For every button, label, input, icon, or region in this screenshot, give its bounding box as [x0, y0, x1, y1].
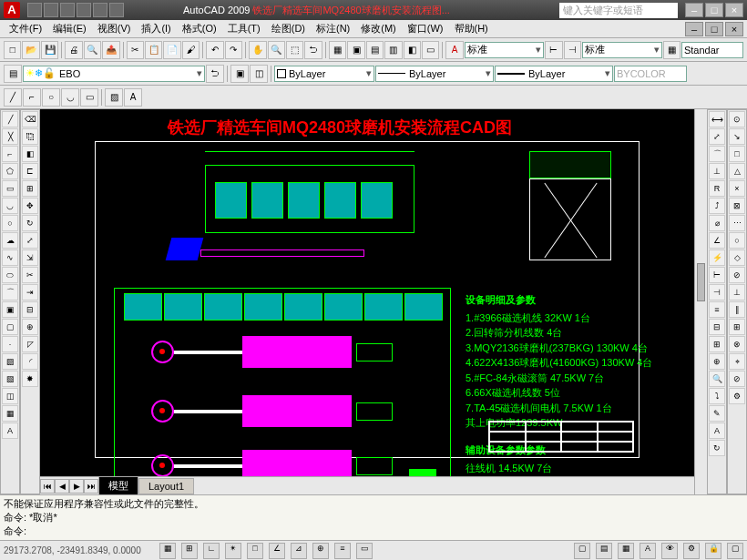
- xline-tool-icon[interactable]: ╳: [2, 128, 18, 145]
- dim-break-icon[interactable]: ⊟: [709, 319, 725, 335]
- zoom-win-icon[interactable]: ⬚: [286, 41, 303, 59]
- table-style-combo[interactable]: Standar: [681, 42, 743, 58]
- coordinates-readout[interactable]: 29173.2708, -23491.8349, 0.0000: [4, 545, 154, 555]
- mirror-icon[interactable]: ◧: [22, 146, 38, 162]
- dim-jog-icon[interactable]: ⤴: [709, 198, 725, 214]
- snap-tan-icon[interactable]: ⊘: [729, 267, 745, 283]
- lwt-toggle[interactable]: ≡: [334, 543, 351, 559]
- dim-arc-icon[interactable]: ⌒: [709, 146, 725, 162]
- menu-insert[interactable]: 插入(I): [136, 20, 176, 37]
- menu-format[interactable]: 格式(O): [177, 20, 222, 37]
- circle-tool-icon[interactable]: ○: [2, 215, 18, 231]
- lineweight-combo[interactable]: ByLayer▾: [495, 66, 613, 82]
- circle-icon[interactable]: ○: [42, 88, 60, 107]
- dim-aligned-icon[interactable]: ⤢: [709, 128, 725, 145]
- redo-icon[interactable]: ↷: [225, 41, 242, 59]
- ortho-toggle[interactable]: ∟: [203, 543, 220, 559]
- clean-screen-icon[interactable]: ▢: [727, 543, 743, 559]
- dim-style-combo[interactable]: 标准▾: [465, 42, 544, 58]
- dim-radius-icon[interactable]: R: [709, 180, 725, 197]
- dim-update-icon[interactable]: ↻: [709, 440, 725, 456]
- text-style-combo[interactable]: 标准▾: [582, 42, 661, 58]
- fillet-icon[interactable]: ◜: [22, 353, 38, 370]
- grid-toggle[interactable]: ⊞: [181, 543, 198, 559]
- offset-icon[interactable]: ⊏: [22, 163, 38, 179]
- pline-tool-icon[interactable]: ⌐: [2, 146, 18, 162]
- table-tool-icon[interactable]: ▦: [2, 405, 18, 422]
- region-tool-icon[interactable]: ◫: [2, 388, 18, 404]
- qp-toggle[interactable]: ▭: [356, 543, 373, 559]
- tolerance-icon[interactable]: ⊞: [709, 336, 725, 352]
- snap-ins-icon[interactable]: ⊞: [729, 319, 745, 335]
- revcloud-tool-icon[interactable]: ☁: [2, 232, 18, 249]
- menu-view[interactable]: 视图(V): [92, 20, 137, 37]
- qat-new-icon[interactable]: [27, 3, 42, 17]
- snap-perp-icon[interactable]: ⊥: [729, 284, 745, 300]
- layer-props-icon[interactable]: ▤: [4, 65, 22, 83]
- rect-tool-icon[interactable]: ▭: [2, 180, 18, 197]
- vertical-scrollbar[interactable]: [694, 109, 707, 494]
- table-style-icon[interactable]: ▦: [663, 41, 680, 59]
- menu-window[interactable]: 窗口(W): [402, 20, 449, 37]
- new-icon[interactable]: □: [4, 41, 21, 59]
- paste-icon[interactable]: 📄: [163, 41, 180, 59]
- quickview-dwgs-icon[interactable]: ▦: [618, 543, 634, 559]
- doc-minimize-button[interactable]: –: [685, 22, 703, 36]
- snap-toggle[interactable]: ▦: [159, 543, 176, 559]
- tool-palette-icon[interactable]: ▤: [366, 41, 384, 59]
- move-icon[interactable]: ✥: [22, 198, 38, 214]
- osnap-settings-icon[interactable]: ⚙: [729, 388, 745, 404]
- menu-edit[interactable]: 编辑(E): [47, 20, 92, 37]
- snap-node-icon[interactable]: ⊗: [729, 336, 745, 352]
- snap-par-icon[interactable]: ∥: [729, 301, 745, 318]
- snap-mid-icon[interactable]: △: [729, 163, 745, 179]
- qat-undo-icon[interactable]: [77, 3, 91, 17]
- dim-edit-icon[interactable]: ✎: [709, 405, 725, 422]
- point-tool-icon[interactable]: ·: [2, 336, 18, 352]
- stretch-icon[interactable]: ⇲: [22, 249, 38, 266]
- array-icon[interactable]: ⊞: [22, 180, 38, 197]
- close-button[interactable]: ×: [725, 3, 743, 17]
- color-combo[interactable]: ByLayer▾: [274, 66, 374, 82]
- cut-icon[interactable]: ✂: [127, 41, 144, 59]
- drawing-canvas[interactable]: 铁选厂精选车间MQ2480球磨机安装流程CAD图: [40, 109, 694, 476]
- menu-file[interactable]: 文件(F): [4, 20, 47, 37]
- snap-near-icon[interactable]: ⌖: [729, 353, 745, 370]
- quickview-layouts-icon[interactable]: ▤: [596, 543, 612, 559]
- rotate-icon[interactable]: ↻: [22, 215, 38, 231]
- match-icon[interactable]: 🖌: [182, 41, 200, 59]
- calc-icon[interactable]: ▭: [422, 41, 439, 59]
- dim-cont-icon[interactable]: ⊣: [709, 284, 725, 300]
- dim-dia-icon[interactable]: ⌀: [709, 215, 725, 231]
- polygon-tool-icon[interactable]: ⬠: [2, 163, 18, 179]
- annot-icon[interactable]: A: [445, 41, 463, 59]
- spline-tool-icon[interactable]: ∿: [2, 249, 18, 266]
- dim-base-icon[interactable]: ⊢: [709, 267, 725, 283]
- workspace-switch-icon[interactable]: ⚙: [683, 543, 700, 559]
- dim-ang-icon[interactable]: ∠: [709, 232, 725, 249]
- publish-icon[interactable]: 📤: [102, 41, 119, 59]
- menu-modify[interactable]: 修改(M): [355, 20, 402, 37]
- osnap-toggle[interactable]: □: [247, 543, 263, 559]
- tab-prev-icon[interactable]: ◀: [55, 479, 69, 494]
- plot-icon[interactable]: 🖨: [65, 41, 82, 59]
- menu-tools[interactable]: 工具(T): [222, 20, 266, 37]
- doc-restore-button[interactable]: □: [705, 22, 723, 36]
- minimize-button[interactable]: –: [685, 3, 703, 17]
- sheet-set-icon[interactable]: ▥: [384, 41, 402, 59]
- snap-from-icon[interactable]: ↘: [729, 128, 745, 145]
- dim-linear-icon[interactable]: ⟷: [709, 111, 725, 127]
- join-icon[interactable]: ⊕: [22, 319, 38, 335]
- undo-icon[interactable]: ↶: [206, 41, 223, 59]
- doc-close-button[interactable]: ×: [725, 22, 743, 36]
- insert-block-icon[interactable]: ▣: [2, 301, 18, 318]
- command-input[interactable]: [26, 525, 743, 537]
- qat-print-icon[interactable]: [109, 3, 124, 17]
- save-icon[interactable]: 💾: [41, 41, 58, 59]
- dim-space-icon[interactable]: ≡: [709, 301, 725, 318]
- copy-icon[interactable]: 📋: [145, 41, 162, 59]
- open-icon[interactable]: 📂: [22, 41, 39, 59]
- plot-style-combo[interactable]: BYCOLOR: [614, 66, 687, 82]
- tab-layout1[interactable]: Layout1: [138, 478, 194, 494]
- snap-end-icon[interactable]: □: [729, 146, 745, 162]
